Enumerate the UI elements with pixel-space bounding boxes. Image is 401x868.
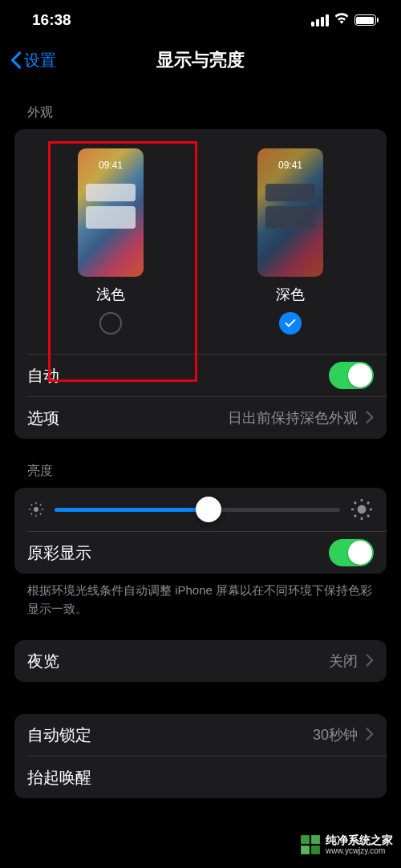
night-shift-row[interactable]: 夜览 关闭 bbox=[14, 640, 387, 682]
status-bar: 16:38 bbox=[0, 0, 401, 40]
svg-point-0 bbox=[34, 507, 38, 512]
dark-label: 深色 bbox=[276, 285, 305, 304]
page-title: 显示与亮度 bbox=[156, 48, 245, 72]
back-label: 设置 bbox=[24, 50, 56, 71]
auto-label: 自动 bbox=[27, 365, 329, 387]
svg-point-1 bbox=[358, 505, 367, 514]
status-icons bbox=[311, 12, 379, 28]
chevron-right-icon bbox=[358, 726, 374, 744]
raise-to-wake-label: 抬起唤醒 bbox=[27, 767, 374, 789]
night-shift-value: 关闭 bbox=[329, 651, 358, 671]
brightness-card: 原彩显示 bbox=[14, 488, 387, 574]
status-time: 16:38 bbox=[32, 11, 71, 29]
sun-small-icon bbox=[29, 502, 43, 517]
true-tone-footnote: 根据环境光线条件自动调整 iPhone 屏幕以在不同环境下保持色彩显示一致。 bbox=[14, 574, 387, 618]
nav-bar: 设置 显示与亮度 bbox=[0, 40, 401, 80]
options-label: 选项 bbox=[27, 408, 228, 429]
chevron-right-icon bbox=[358, 409, 374, 428]
wifi-icon bbox=[334, 12, 350, 28]
back-button[interactable]: 设置 bbox=[10, 50, 56, 71]
svg-rect-2 bbox=[301, 835, 310, 844]
auto-lock-row[interactable]: 自动锁定 30秒钟 bbox=[14, 714, 387, 756]
brightness-header: 亮度 bbox=[27, 463, 387, 480]
watermark: 纯净系统之家 www.ycwjzy.com bbox=[300, 834, 393, 855]
options-value: 日出前保持深色外观 bbox=[228, 408, 358, 428]
auto-toggle[interactable] bbox=[329, 362, 374, 389]
lock-card: 自动锁定 30秒钟 抬起唤醒 bbox=[14, 714, 387, 798]
true-tone-row: 原彩显示 bbox=[14, 532, 387, 574]
light-radio[interactable] bbox=[99, 312, 122, 335]
chevron-left-icon bbox=[10, 51, 22, 69]
chevron-right-icon bbox=[358, 652, 374, 671]
battery-icon bbox=[354, 14, 379, 26]
brightness-slider-row bbox=[14, 488, 387, 531]
night-shift-card: 夜览 关闭 bbox=[14, 640, 387, 682]
svg-rect-4 bbox=[301, 846, 310, 854]
auto-lock-label: 自动锁定 bbox=[27, 724, 313, 746]
light-preview: 09:41 bbox=[78, 148, 144, 277]
appearance-light-option[interactable]: 09:41 浅色 bbox=[21, 148, 200, 335]
checkmark-icon bbox=[284, 317, 297, 330]
appearance-options-row[interactable]: 选项 日出前保持深色外观 bbox=[14, 397, 387, 439]
brightness-slider[interactable] bbox=[55, 508, 340, 512]
watermark-url: www.ycwjzy.com bbox=[326, 846, 393, 855]
appearance-header: 外观 bbox=[27, 104, 387, 121]
svg-rect-5 bbox=[311, 846, 320, 854]
watermark-logo-icon bbox=[300, 834, 321, 855]
night-shift-label: 夜览 bbox=[27, 651, 329, 672]
cellular-icon bbox=[311, 14, 329, 26]
watermark-title: 纯净系统之家 bbox=[326, 834, 393, 846]
auto-lock-value: 30秒钟 bbox=[313, 725, 358, 744]
appearance-card: 09:41 浅色 09:41 深色 自动 选项 bbox=[14, 129, 387, 439]
true-tone-toggle[interactable] bbox=[329, 539, 374, 566]
raise-to-wake-row: 抬起唤醒 bbox=[14, 756, 387, 798]
auto-appearance-row: 自动 bbox=[14, 355, 387, 396]
dark-preview: 09:41 bbox=[257, 148, 323, 277]
light-label: 浅色 bbox=[96, 285, 125, 304]
sun-large-icon bbox=[351, 499, 372, 520]
dark-radio[interactable] bbox=[279, 312, 302, 335]
appearance-dark-option[interactable]: 09:41 深色 bbox=[200, 148, 380, 335]
true-tone-label: 原彩显示 bbox=[27, 542, 329, 564]
svg-rect-3 bbox=[311, 835, 320, 844]
